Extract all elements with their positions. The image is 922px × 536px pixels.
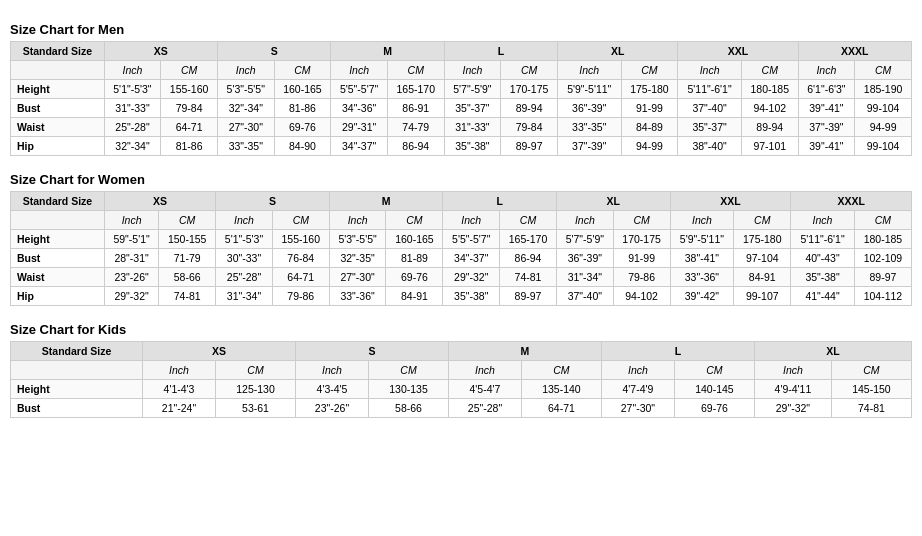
table-cell: 150-155 <box>159 230 216 249</box>
table-cell: 23"-26" <box>104 268 158 287</box>
table-cell: 84-91 <box>734 268 791 287</box>
table-cell: 74-81 <box>500 268 557 287</box>
table-cell: 32"-34" <box>218 99 275 118</box>
row-label: Height <box>11 230 105 249</box>
women-header-row: Standard Size XS S M L XL XXL XXXL <box>11 192 912 211</box>
table-cell: 35"-38" <box>444 137 501 156</box>
table-cell: 31"-34" <box>216 287 273 306</box>
men-sub-l-cm: CM <box>501 61 558 80</box>
women-sub-xxl-cm: CM <box>734 211 791 230</box>
kids-sub-l-inch: Inch <box>601 361 674 380</box>
table-cell: 104-112 <box>854 287 911 306</box>
table-cell: 5'5"-5'7" <box>443 230 500 249</box>
table-cell: 35"-37" <box>444 99 501 118</box>
kids-size-chart: Standard Size XS S M L XL Inch CM Inch C… <box>10 341 912 418</box>
women-subheader-row: Inch CM Inch CM Inch CM Inch CM Inch CM … <box>11 211 912 230</box>
women-col-xs: XS <box>104 192 215 211</box>
kids-table-body: Height4'1-4'3125-1304'3-4'5130-1354'5-4'… <box>11 380 912 418</box>
table-cell: 160-165 <box>274 80 331 99</box>
table-cell: 79-86 <box>272 287 329 306</box>
table-cell: 34"-37" <box>443 249 500 268</box>
table-cell: 5'1"-5'3" <box>104 80 161 99</box>
table-cell: 135-140 <box>521 380 601 399</box>
table-cell: 25"-28" <box>449 399 522 418</box>
kids-sub-xl-cm: CM <box>831 361 911 380</box>
table-cell: 33"-36" <box>670 268 734 287</box>
row-label: Hip <box>11 287 105 306</box>
women-sub-s-inch: Inch <box>216 211 273 230</box>
table-cell: 74-81 <box>159 287 216 306</box>
table-cell: 34"-37" <box>331 137 388 156</box>
men-sub-m-cm: CM <box>387 61 444 80</box>
men-subheader-row: Inch CM Inch CM Inch CM Inch CM Inch CM … <box>11 61 912 80</box>
table-cell: 37"-40" <box>678 99 742 118</box>
men-sub-xs-inch: Inch <box>104 61 161 80</box>
kids-sub-s-cm: CM <box>368 361 448 380</box>
women-col-standard: Standard Size <box>11 192 105 211</box>
kids-sub-label <box>11 361 143 380</box>
men-title: Size Chart for Men <box>10 22 912 37</box>
row-label: Bust <box>11 399 143 418</box>
table-cell: 5'5"-5'7" <box>331 80 388 99</box>
table-cell: 64-71 <box>272 268 329 287</box>
table-cell: 5'7"-5'9" <box>556 230 613 249</box>
kids-col-l: L <box>601 342 754 361</box>
table-cell: 25"-28" <box>104 118 161 137</box>
kids-sub-m-inch: Inch <box>449 361 522 380</box>
men-col-xxxl: XXXL <box>798 42 911 61</box>
men-col-standard: Standard Size <box>11 42 105 61</box>
table-row: Bust21"-24"53-6123"-26"58-6625"-28"64-71… <box>11 399 912 418</box>
women-sub-xs-cm: CM <box>159 211 216 230</box>
men-sub-xl-inch: Inch <box>558 61 622 80</box>
table-cell: 69-76 <box>674 399 754 418</box>
table-cell: 86-91 <box>387 99 444 118</box>
women-sub-xxl-inch: Inch <box>670 211 734 230</box>
women-size-chart: Standard Size XS S M L XL XXL XXXL Inch … <box>10 191 912 306</box>
table-cell: 125-130 <box>215 380 295 399</box>
table-cell: 99-107 <box>734 287 791 306</box>
men-sub-xxxl-inch: Inch <box>798 61 855 80</box>
table-cell: 27"-30" <box>601 399 674 418</box>
table-cell: 94-99 <box>855 118 912 137</box>
table-cell: 74-79 <box>387 118 444 137</box>
table-cell: 27"-30" <box>218 118 275 137</box>
table-cell: 130-135 <box>368 380 448 399</box>
men-col-m: M <box>331 42 444 61</box>
table-cell: 33"-35" <box>558 118 622 137</box>
women-sub-xxxl-inch: Inch <box>791 211 855 230</box>
table-row: Height4'1-4'3125-1304'3-4'5130-1354'5-4'… <box>11 380 912 399</box>
table-cell: 4'3-4'5 <box>296 380 369 399</box>
table-cell: 99-104 <box>855 99 912 118</box>
table-cell: 38"-41" <box>670 249 734 268</box>
table-cell: 81-86 <box>274 99 331 118</box>
row-label: Bust <box>11 249 105 268</box>
kids-subheader-row: Inch CM Inch CM Inch CM Inch CM Inch CM <box>11 361 912 380</box>
table-cell: 30"-33" <box>216 249 273 268</box>
table-cell: 27"-30" <box>329 268 386 287</box>
table-cell: 32"-34" <box>104 137 161 156</box>
kids-sub-l-cm: CM <box>674 361 754 380</box>
table-cell: 91-99 <box>613 249 670 268</box>
table-cell: 180-185 <box>741 80 798 99</box>
table-cell: 5'3"-5'5" <box>218 80 275 99</box>
table-cell: 140-145 <box>674 380 754 399</box>
row-label: Bust <box>11 99 105 118</box>
table-row: Height59"-5'1"150-1555'1"-5'3"155-1605'3… <box>11 230 912 249</box>
men-sub-l-inch: Inch <box>444 61 501 80</box>
row-label: Waist <box>11 268 105 287</box>
table-cell: 175-180 <box>734 230 791 249</box>
table-row: Hip29"-32"74-8131"-34"79-8633"-36"84-913… <box>11 287 912 306</box>
table-cell: 170-175 <box>613 230 670 249</box>
table-cell: 32"-35" <box>329 249 386 268</box>
men-sub-xxl-inch: Inch <box>678 61 742 80</box>
table-cell: 29"-32" <box>443 268 500 287</box>
table-cell: 76-84 <box>272 249 329 268</box>
kids-title: Size Chart for Kids <box>10 322 912 337</box>
kids-sub-m-cm: CM <box>521 361 601 380</box>
table-cell: 37"-40" <box>556 287 613 306</box>
table-cell: 4'5-4'7 <box>449 380 522 399</box>
table-cell: 6'1"-6'3" <box>798 80 855 99</box>
table-cell: 89-97 <box>501 137 558 156</box>
table-cell: 81-86 <box>161 137 218 156</box>
women-sub-xxxl-cm: CM <box>854 211 911 230</box>
